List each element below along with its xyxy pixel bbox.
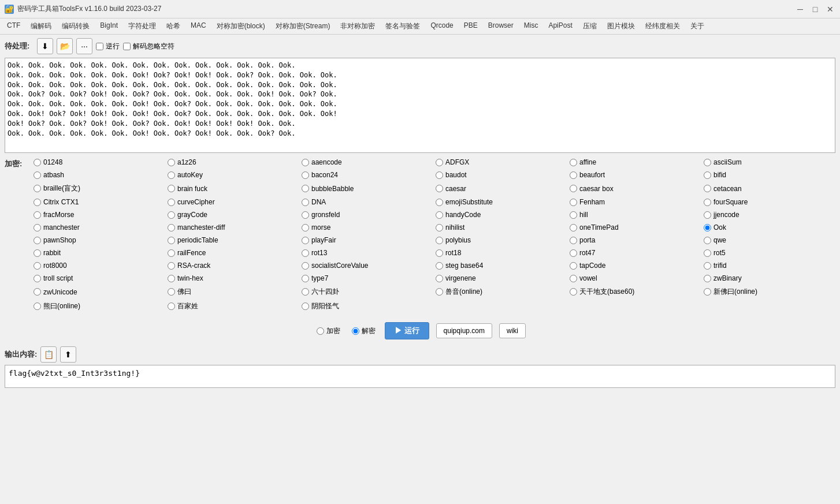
algo-radio-affine[interactable] [570,159,577,166]
menu-item-_____[interactable]: 非对称加密 [336,20,380,33]
algo-label-vowel[interactable]: vowel [567,272,701,284]
algo-radio-beastSound[interactable] [436,288,443,296]
algo-label-troll_script[interactable]: troll script [31,272,165,284]
algo-label-baudot[interactable]: baudot [433,169,567,181]
algo-radio-rot13[interactable] [302,249,309,257]
algo-label-xiongri[interactable]: 熊曰(online) [31,300,165,313]
menu-item-___[interactable]: 编解码 [26,20,56,33]
menu-item-____[interactable]: 编码转换 [57,20,94,33]
menu-item-_____Stream_[interactable]: 对称加密(Stream) [271,20,335,33]
algo-radio-sixty4hexagram[interactable] [302,288,309,296]
algo-radio-morse[interactable] [302,224,309,232]
algo-radio-gronsfeld[interactable] [302,211,309,219]
algo-label-manchester[interactable]: manchester [31,222,165,233]
algo-label-rot5[interactable]: rot5 [701,247,835,259]
algo-radio-tapCode[interactable] [570,262,577,270]
algo-label-rabbit[interactable]: rabbit [31,247,165,259]
algo-label-oneTimePad[interactable]: oneTimePad [567,222,701,233]
menu-item-Qrcode[interactable]: Qrcode [426,20,458,33]
input-textarea[interactable] [5,58,835,153]
algo-radio-DNA[interactable] [302,199,309,206]
algo-label-baijia[interactable]: 百家姓 [165,300,299,313]
algo-label-railFence[interactable]: railFence [165,247,299,259]
menu-item-__[interactable]: 压缩 [578,20,601,33]
algo-radio-type7[interactable] [302,275,309,282]
paste-button[interactable]: ⬇ [37,38,53,54]
algo-radio-playFair[interactable] [302,237,309,244]
menu-item-__[interactable]: 哈希 [162,20,185,33]
algo-radio-curveCipher[interactable] [168,199,175,206]
algo-label-curveCipher[interactable]: curveCipher [165,196,299,208]
algo-radio-brainfuck[interactable] [168,185,175,192]
algo-label-buddha[interactable]: 佛曰 [165,285,299,298]
copy-output-button[interactable]: 📋 [40,346,57,363]
algo-label-atbash[interactable]: atbash [31,169,165,181]
algo-radio-Ook[interactable] [704,224,711,232]
algo-label-rot8000[interactable]: rot8000 [31,260,165,271]
algo-label-rot13[interactable]: rot13 [299,247,433,259]
algo-radio-manchester[interactable] [34,224,41,232]
algo-label-sixty4hexagram[interactable]: 六十四卦 [299,285,433,298]
algo-label-zwUnicode[interactable]: zwUnicode [31,285,165,298]
algo-radio-rot5[interactable] [704,249,711,257]
algo-radio-ADFGX[interactable] [436,159,443,166]
menu-item-_____block_[interactable]: 对称加密(block) [212,20,270,33]
algo-radio-braille[interactable] [34,185,41,192]
algo-radio-handyCode[interactable] [436,211,443,219]
algo-radio-autoKey[interactable] [168,171,175,179]
algo-radio-tianGanDizhi[interactable] [570,288,577,296]
algo-label-asciiSum[interactable]: asciiSum [701,156,835,168]
algo-radio-rot18[interactable] [436,249,443,257]
algo-radio-atbash[interactable] [34,171,41,179]
algo-radio-zwUnicode[interactable] [34,288,41,296]
algo-label-rot18[interactable]: rot18 [433,247,567,259]
algo-label-autoKey[interactable]: autoKey [165,169,299,181]
menu-item-Misc[interactable]: Misc [519,20,543,33]
algo-label-virgenene[interactable]: virgenene [433,272,567,284]
algo-label-gronsfeld[interactable]: gronsfeld [299,209,433,221]
algo-radio-beaufort[interactable] [570,171,577,179]
algo-label-nihilist[interactable]: nihilist [433,222,567,233]
algo-label-Fenham[interactable]: Fenham [567,196,701,208]
algo-label-beaufort[interactable]: beaufort [567,169,701,181]
algo-radio-jjencode[interactable] [704,211,711,219]
run-button[interactable]: ▶ 运行 [385,322,429,339]
algo-radio-bacon24[interactable] [302,171,309,179]
more-button[interactable]: ··· [76,38,92,54]
algo-label-cetacean[interactable]: cetacean [701,182,835,195]
algo-label-a1z26[interactable]: a1z26 [165,156,299,168]
algo-radio-caesar_box[interactable] [570,185,577,192]
algo-radio-xiongri[interactable] [34,303,41,310]
algo-radio-vowel[interactable] [570,275,577,282]
algo-label-socialistCoreValue[interactable]: socialistCoreValue [299,260,433,271]
algo-label-brainfuck[interactable]: brain fuck [165,182,299,195]
algo-radio-zwBinary[interactable] [704,275,711,282]
algo-label-bifid[interactable]: bifid [701,169,835,181]
reverse-checkbox-label[interactable]: 逆行 [96,42,120,51]
algo-radio-grayCode[interactable] [168,211,175,219]
algo-label-manchester_diff[interactable]: manchester-diff [165,222,299,233]
ignore-space-checkbox-label[interactable]: 解码忽略空符 [123,42,174,51]
algo-label-bacon24[interactable]: bacon24 [299,169,433,181]
algo-label-hill[interactable]: hill [567,209,701,221]
algo-radio-cetacean[interactable] [704,185,711,192]
algo-label-affine[interactable]: affine [567,156,701,168]
algo-radio-emojiSubstitute[interactable] [436,199,443,206]
algo-radio-periodicTable[interactable] [168,237,175,244]
algo-radio-virgenene[interactable] [436,275,443,282]
maximize-button[interactable]: □ [810,4,820,14]
algo-radio-troll_script[interactable] [34,275,41,282]
algo-radio-Fenham[interactable] [570,199,577,206]
algo-label-aaencode[interactable]: aaencode [299,156,433,168]
algo-label-caesar_box[interactable]: caesar box [567,182,701,195]
algo-label-emojiSubstitute[interactable]: emojiSubstitute [433,196,567,208]
algo-label-newBuddha[interactable]: 新佛曰(online) [701,285,835,298]
menu-item-ApiPost[interactable]: ApiPost [544,20,577,33]
algo-radio-yinyangguaizi[interactable] [302,303,309,310]
algo-label-zwBinary[interactable]: zwBinary [701,272,835,284]
algo-radio-rabbit[interactable] [34,249,41,257]
export-output-button[interactable]: ⬆ [60,346,76,363]
algo-label-porta[interactable]: porta [567,234,701,246]
minimize-button[interactable]: ─ [795,4,805,14]
algo-radio-rot8000[interactable] [34,262,41,270]
